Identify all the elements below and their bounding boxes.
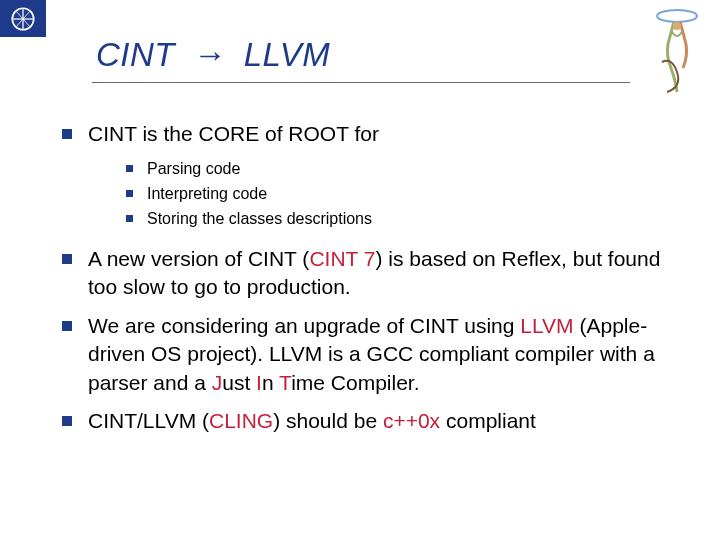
bullet-3-text: We are considering an upgrade of CINT us… (88, 312, 680, 397)
highlight-cling: CLING (209, 409, 273, 432)
highlight-llvm: LLVM (520, 314, 573, 337)
sub-bullet-3-text: Storing the classes descriptions (147, 208, 372, 230)
bullet-1: CINT is the CORE of ROOT for (62, 120, 680, 148)
highlight-j: J (212, 371, 223, 394)
logo-badge (0, 0, 46, 37)
highlight-cxx0x: c++0x (383, 409, 440, 432)
bullet-3: We are considering an upgrade of CINT us… (62, 312, 680, 397)
bullet-icon (62, 129, 72, 139)
decorative-figure-icon (642, 2, 712, 97)
bullet-icon (126, 215, 133, 222)
sub-bullet-group: Parsing code Interpreting code Storing t… (126, 158, 680, 229)
sub-bullet-1: Parsing code (126, 158, 680, 180)
svg-point-3 (657, 10, 697, 22)
bullet-icon (62, 321, 72, 331)
bullet-1-text: CINT is the CORE of ROOT for (88, 120, 379, 148)
bullet-2-text: A new version of CINT (CINT 7) is based … (88, 245, 680, 302)
body-content: CINT is the CORE of ROOT for Parsing cod… (62, 120, 680, 445)
bullet-4: CINT/LLVM (CLING) should be c++0x compli… (62, 407, 680, 435)
bullet-4-text: CINT/LLVM (CLING) should be c++0x compli… (88, 407, 536, 435)
sub-bullet-3: Storing the classes descriptions (126, 208, 680, 230)
title-right: LLVM (244, 36, 330, 73)
sub-bullet-2: Interpreting code (126, 183, 680, 205)
bullet-icon (62, 416, 72, 426)
bullet-icon (126, 165, 133, 172)
sub-bullet-1-text: Parsing code (147, 158, 240, 180)
highlight-cint7: CINT 7 (309, 247, 375, 270)
slide-title: CINT → LLVM (92, 36, 630, 83)
bullet-icon (126, 190, 133, 197)
title-left: CINT (96, 36, 175, 73)
svg-point-4 (673, 22, 681, 30)
arrow-icon: → (193, 36, 226, 74)
highlight-t: T (279, 371, 291, 394)
bullet-2: A new version of CINT (CINT 7) is based … (62, 245, 680, 302)
slide: CINT → LLVM CINT is the CORE of ROOT for… (0, 0, 720, 540)
sub-bullet-2-text: Interpreting code (147, 183, 267, 205)
title-region: CINT → LLVM (92, 36, 630, 83)
bullet-icon (62, 254, 72, 264)
hkn-logo-icon (6, 5, 40, 33)
